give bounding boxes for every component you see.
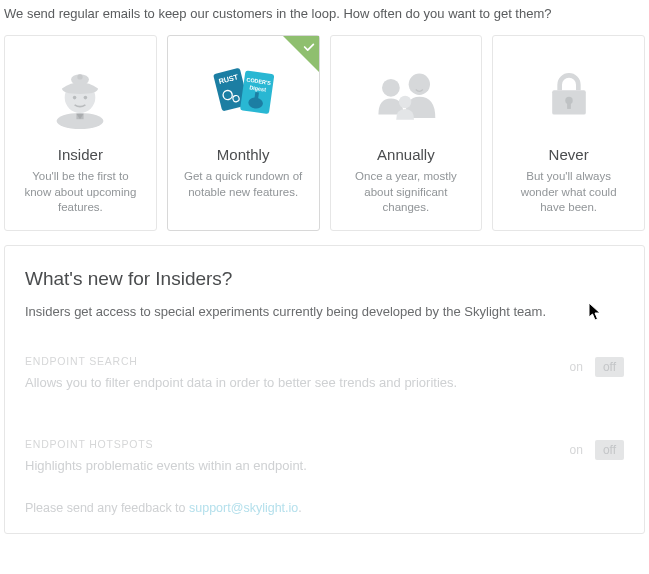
feedback-line: Please send any feedback to support@skyl… — [25, 501, 624, 515]
card-insider-title: Insider — [58, 146, 103, 163]
toggle-off-label: off — [595, 440, 624, 460]
feature-endpoint-search: ENDPOINT SEARCH Allows you to filter end… — [25, 355, 624, 390]
feature-hotspots-name: ENDPOINT HOTSPOTS — [25, 438, 564, 450]
insider-icon — [15, 50, 146, 138]
feedback-prefix: Please send any feedback to — [25, 501, 189, 515]
panel-title: What's new for Insiders? — [25, 268, 624, 290]
card-monthly-desc: Get a quick rundown of notable new featu… — [178, 169, 309, 200]
feature-hotspots-desc: Highlights problematic events within an … — [25, 458, 564, 473]
card-annually-title: Annually — [377, 146, 435, 163]
toggle-off-label: off — [595, 357, 624, 377]
lock-icon — [503, 50, 634, 138]
svg-point-3 — [78, 74, 83, 79]
card-never[interactable]: Never But you'll always wonder what coul… — [492, 35, 645, 231]
toggle-on-label: on — [564, 440, 589, 460]
svg-point-4 — [73, 96, 77, 100]
feedback-email-link[interactable]: support@skylight.io — [189, 501, 298, 515]
intro-text: We send regular emails to keep our custo… — [4, 6, 645, 21]
card-insider[interactable]: Insider You'll be the first to know abou… — [4, 35, 157, 231]
feature-search-name: ENDPOINT SEARCH — [25, 355, 564, 367]
svg-point-18 — [399, 96, 411, 108]
frequency-cards: Insider You'll be the first to know abou… — [4, 35, 645, 231]
toggle-on-label: on — [564, 357, 589, 377]
svg-point-16 — [382, 79, 400, 97]
panel-subtitle: Insiders get access to special experimen… — [25, 304, 624, 319]
card-insider-desc: You'll be the first to know about upcomi… — [15, 169, 146, 216]
family-icon — [341, 50, 472, 138]
card-annually-desc: Once a year, mostly about significant ch… — [341, 169, 472, 216]
card-monthly[interactable]: RUST CODER'S Digest Monthly Get a quick … — [167, 35, 320, 231]
svg-point-5 — [84, 96, 88, 100]
feature-endpoint-hotspots: ENDPOINT HOTSPOTS Highlights problematic… — [25, 438, 624, 473]
feedback-suffix: . — [298, 501, 301, 515]
insiders-panel: What's new for Insiders? Insiders get ac… — [4, 245, 645, 534]
card-annually[interactable]: Annually Once a year, mostly about signi… — [330, 35, 483, 231]
card-never-desc: But you'll always wonder what could have… — [503, 169, 634, 216]
card-never-title: Never — [549, 146, 589, 163]
svg-rect-21 — [567, 102, 571, 109]
selected-check-icon — [283, 36, 319, 72]
toggle-endpoint-hotspots[interactable]: on off — [564, 440, 624, 460]
card-monthly-title: Monthly — [217, 146, 270, 163]
feature-search-desc: Allows you to filter endpoint data in or… — [25, 375, 564, 390]
toggle-endpoint-search[interactable]: on off — [564, 357, 624, 377]
